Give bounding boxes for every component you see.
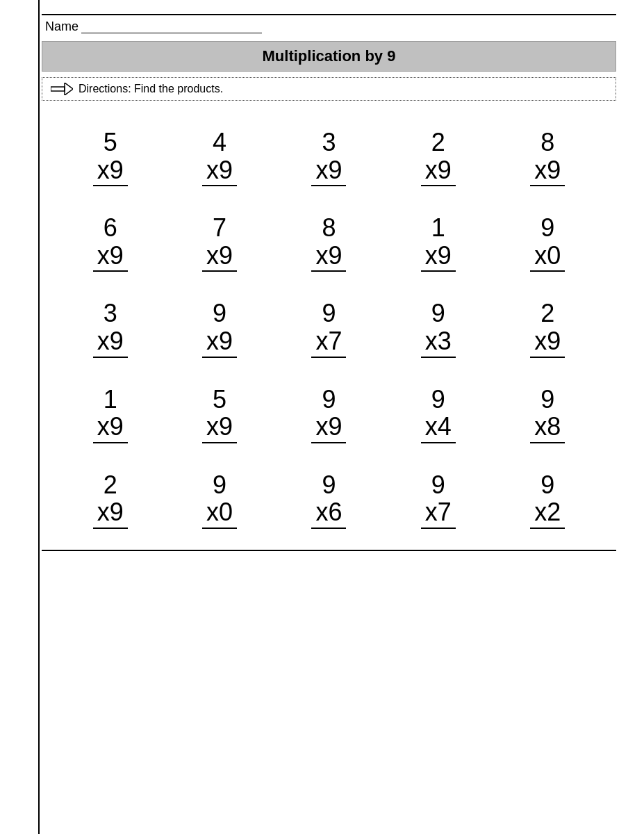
problem-top-4-3: 9 [322, 386, 336, 414]
problem-top-5-5: 9 [540, 471, 554, 499]
problem-bottom-4-4: x4 [421, 413, 456, 443]
problem-top-2-5: 9 [540, 214, 554, 242]
problem-3-1: 3x9 [76, 300, 145, 357]
problem-bottom-3-4: x3 [421, 327, 456, 358]
problem-bottom-1-3: x9 [311, 156, 346, 187]
directions-box: Directions: Find the products. [42, 77, 616, 101]
top-border-line [42, 14, 616, 15]
svg-rect-0 [51, 87, 65, 91]
problem-5-2: 9x0 [185, 471, 254, 529]
worksheet-title: Multiplication by 9 [42, 41, 616, 72]
problem-top-5-1: 2 [104, 471, 117, 499]
problem-top-2-4: 1 [431, 214, 445, 242]
problem-4-5: 9x8 [513, 386, 582, 443]
problem-5-4: 9x7 [404, 471, 473, 529]
problem-bottom-4-5: x8 [530, 413, 565, 443]
problem-bottom-3-1: x9 [93, 327, 128, 358]
directions-text: Directions: Find the products. [79, 83, 223, 95]
problem-2-2: 7x9 [185, 214, 254, 272]
problem-2-3: 8x9 [294, 214, 363, 272]
problem-bottom-3-3: x7 [311, 327, 346, 358]
problem-top-3-3: 9 [322, 300, 336, 327]
problem-bottom-5-5: x2 [530, 498, 565, 529]
problem-bottom-4-2: x9 [202, 413, 237, 443]
problem-1-5: 8x9 [513, 129, 582, 186]
problem-bottom-4-1: x9 [93, 413, 128, 443]
bottom-border-line [42, 550, 616, 551]
problems-grid: 5x94x93x92x98x96x97x98x91x99x03x99x99x79… [42, 108, 616, 536]
problem-top-3-5: 2 [540, 300, 554, 327]
problem-top-4-4: 9 [431, 386, 445, 414]
problem-row-4: 1x95x99x99x49x8 [42, 365, 616, 450]
problem-bottom-2-1: x9 [93, 242, 128, 272]
problem-bottom-3-2: x9 [202, 327, 237, 358]
problem-top-2-1: 6 [104, 214, 117, 242]
problem-bottom-2-4: x9 [421, 242, 456, 272]
problem-top-1-1: 5 [104, 129, 117, 156]
problem-top-3-1: 3 [104, 300, 117, 327]
problem-top-5-3: 9 [322, 471, 336, 499]
worksheet-page: Name Multiplication by 9 Directions: Fin… [0, 0, 644, 834]
problem-bottom-2-3: x9 [311, 242, 346, 272]
problem-3-5: 2x9 [513, 300, 582, 357]
problem-top-1-3: 3 [322, 129, 336, 156]
problem-top-4-2: 5 [213, 386, 226, 414]
problem-row-3: 3x99x99x79x32x9 [42, 279, 616, 364]
problem-bottom-5-2: x0 [202, 498, 237, 529]
problem-top-1-4: 2 [431, 129, 445, 156]
problem-bottom-1-2: x9 [202, 156, 237, 187]
problem-1-1: 5x9 [76, 129, 145, 186]
problem-1-4: 2x9 [404, 129, 473, 186]
name-label: Name [45, 19, 79, 34]
problem-row-2: 6x97x98x91x99x0 [42, 193, 616, 279]
problem-row-5: 2x99x09x69x79x2 [42, 450, 616, 536]
problem-bottom-2-5: x0 [530, 242, 565, 272]
svg-marker-1 [65, 83, 73, 95]
problem-bottom-5-3: x6 [311, 498, 346, 529]
name-underline[interactable] [81, 21, 262, 33]
problem-3-4: 9x3 [404, 300, 473, 357]
problem-4-4: 9x4 [404, 386, 473, 443]
problem-top-4-1: 1 [104, 386, 117, 414]
problem-row-1: 5x94x93x92x98x9 [42, 108, 616, 193]
problem-bottom-2-2: x9 [202, 242, 237, 272]
problem-1-3: 3x9 [294, 129, 363, 186]
arrow-icon [51, 83, 73, 95]
problem-bottom-4-3: x9 [311, 413, 346, 443]
problem-bottom-3-5: x9 [530, 327, 565, 358]
problem-top-3-4: 9 [431, 300, 445, 327]
problem-bottom-5-1: x9 [93, 498, 128, 529]
problem-top-1-2: 4 [213, 129, 226, 156]
problem-bottom-5-4: x7 [421, 498, 456, 529]
problem-top-3-2: 9 [213, 300, 226, 327]
problem-5-5: 9x2 [513, 471, 582, 529]
problem-top-4-5: 9 [540, 386, 554, 414]
problem-3-3: 9x7 [294, 300, 363, 357]
problem-3-2: 9x9 [185, 300, 254, 357]
problem-top-2-2: 7 [213, 214, 226, 242]
problem-4-3: 9x9 [294, 386, 363, 443]
problem-bottom-1-5: x9 [530, 156, 565, 187]
problem-top-1-5: 8 [540, 129, 554, 156]
name-field: Name [42, 19, 616, 34]
problem-top-5-2: 9 [213, 471, 226, 499]
problem-4-2: 5x9 [185, 386, 254, 443]
problem-2-4: 1x9 [404, 214, 473, 272]
problem-1-2: 4x9 [185, 129, 254, 186]
problem-2-5: 9x0 [513, 214, 582, 272]
problem-4-1: 1x9 [76, 386, 145, 443]
problem-bottom-1-1: x9 [93, 156, 128, 187]
problem-5-3: 9x6 [294, 471, 363, 529]
problem-top-2-3: 8 [322, 214, 336, 242]
problem-bottom-1-4: x9 [421, 156, 456, 187]
problem-2-1: 6x9 [76, 214, 145, 272]
problem-5-1: 2x9 [76, 471, 145, 529]
problem-top-5-4: 9 [431, 471, 445, 499]
